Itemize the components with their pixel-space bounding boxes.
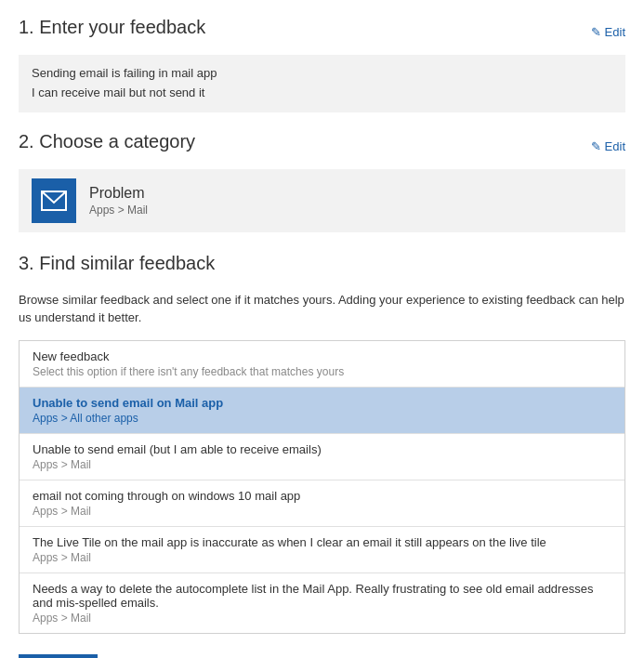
feedback-item-4[interactable]: The Live Tile on the mail app is inaccur… xyxy=(20,527,624,573)
feedback-item-title-2: Unable to send email (but I am able to r… xyxy=(33,442,611,456)
step1-line-2: I can receive mail but not send it xyxy=(32,84,612,103)
category-icon xyxy=(32,178,76,223)
feedback-item-sub-3: Apps > Mail xyxy=(33,505,611,518)
step1-feedback-box: Sending email is failing in mail app I c… xyxy=(19,55,625,112)
feedback-item-2[interactable]: Unable to send email (but I am able to r… xyxy=(20,434,624,480)
step2-edit-label: Edit xyxy=(605,139,625,153)
pencil-icon-2 xyxy=(591,139,601,153)
feedback-item-sub-2: Apps > Mail xyxy=(33,458,611,471)
feedback-item-3[interactable]: email not coming through on windows 10 m… xyxy=(20,480,624,527)
category-info: Problem Apps > Mail xyxy=(89,185,148,217)
step2-header: 2. Choose a category xyxy=(19,131,195,152)
category-sub: Apps > Mail xyxy=(89,204,148,217)
step3-header: 3. Find similar feedback xyxy=(19,253,215,274)
mail-icon xyxy=(41,191,67,211)
feedback-item-title-5: Needs a way to delete the autocomplete l… xyxy=(33,582,611,610)
step2-section: 2. Choose a category Edit Problem Apps >… xyxy=(19,131,625,232)
feedback-item-title-4: The Live Tile on the mail app is inaccur… xyxy=(33,535,611,549)
feedback-item-sub-0: Select this option if there isn't any fe… xyxy=(33,365,611,378)
category-box: Problem Apps > Mail xyxy=(19,169,625,232)
step1-line-1: Sending email is failing in mail app xyxy=(32,64,612,84)
step3-description: Browse similar feedback and select one i… xyxy=(19,291,625,327)
feedback-list: New feedbackSelect this option if there … xyxy=(19,340,625,634)
next-button[interactable]: Next xyxy=(19,654,98,658)
step1-edit-label: Edit xyxy=(605,25,625,39)
feedback-item-1[interactable]: Unable to send email on Mail appApps > A… xyxy=(20,388,624,434)
step1-section: 1. Enter your feedback Edit Sending emai… xyxy=(19,17,625,112)
step1-header-row: 1. Enter your feedback Edit xyxy=(19,17,625,47)
feedback-item-0[interactable]: New feedbackSelect this option if there … xyxy=(20,341,624,388)
step1-header: 1. Enter your feedback xyxy=(19,17,205,38)
step3-header-row: 3. Find similar feedback xyxy=(19,253,625,283)
step3-section: 3. Find similar feedback Browse similar … xyxy=(19,253,625,634)
step2-edit-link[interactable]: Edit xyxy=(591,139,625,153)
feedback-list-wrapper: New feedbackSelect this option if there … xyxy=(19,340,625,634)
feedback-item-sub-4: Apps > Mail xyxy=(33,551,611,564)
step1-edit-link[interactable]: Edit xyxy=(591,25,625,39)
step2-header-row: 2. Choose a category Edit xyxy=(19,131,625,162)
feedback-item-5[interactable]: Needs a way to delete the autocomplete l… xyxy=(20,573,624,633)
feedback-item-sub-1: Apps > All other apps xyxy=(33,412,611,425)
feedback-item-title-1: Unable to send email on Mail app xyxy=(33,396,611,410)
feedback-item-sub-5: Apps > Mail xyxy=(33,612,611,625)
feedback-item-title-3: email not coming through on windows 10 m… xyxy=(33,489,611,503)
feedback-item-title-0: New feedback xyxy=(33,349,611,363)
category-title: Problem xyxy=(89,185,148,202)
pencil-icon xyxy=(591,25,601,39)
